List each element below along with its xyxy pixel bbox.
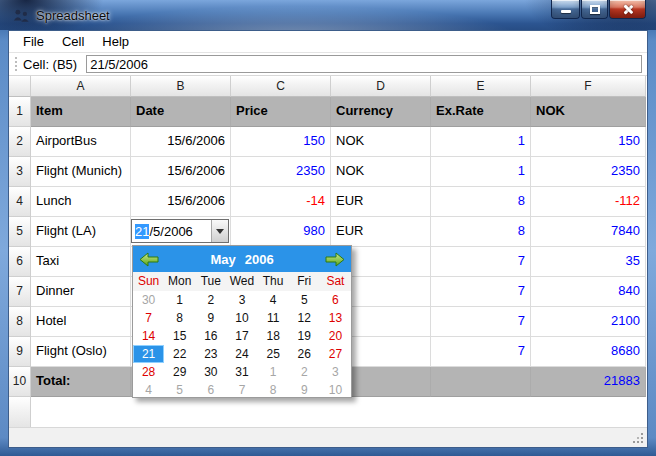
previous-month-button[interactable] (139, 252, 159, 267)
calendar-day[interactable]: 15 (164, 327, 195, 345)
calendar-day[interactable]: 17 (226, 327, 257, 345)
calendar-day[interactable]: 11 (258, 309, 289, 327)
calendar-day[interactable]: 1 (164, 291, 195, 309)
cell[interactable]: Dinner (31, 277, 131, 307)
row-header[interactable]: 1 (9, 97, 31, 127)
column-header[interactable]: F (531, 76, 646, 97)
calendar-day[interactable]: 8 (258, 381, 289, 399)
cell[interactable]: 15/6/2006 (131, 187, 231, 217)
cell[interactable]: 7840 (531, 217, 646, 247)
calendar-day[interactable]: 8 (164, 309, 195, 327)
row-header[interactable]: 6 (9, 247, 31, 277)
calendar-day[interactable]: 19 (289, 327, 320, 345)
calendar-day[interactable]: 9 (289, 381, 320, 399)
calendar-day[interactable]: 1 (258, 363, 289, 381)
cell[interactable]: 7 (431, 337, 531, 367)
close-button[interactable] (609, 0, 646, 19)
combo-dropdown-button[interactable] (211, 220, 228, 242)
cell[interactable]: 2350 (531, 157, 646, 187)
calendar-day[interactable]: 2 (289, 363, 320, 381)
cell[interactable]: Lunch (31, 187, 131, 217)
cell[interactable] (431, 367, 531, 397)
calendar-day[interactable]: 16 (195, 327, 226, 345)
row-header[interactable]: 8 (9, 307, 31, 337)
calendar-day[interactable]: 5 (289, 291, 320, 309)
calendar-day[interactable]: 6 (195, 381, 226, 399)
calendar-day[interactable]: 21 (133, 345, 164, 363)
calendar-day[interactable]: 3 (226, 291, 257, 309)
cell[interactable]: Currency (331, 97, 431, 127)
menu-help[interactable]: Help (93, 32, 138, 51)
cell[interactable]: 7 (431, 307, 531, 337)
cell[interactable]: 8 (431, 187, 531, 217)
calendar-day[interactable]: 4 (258, 291, 289, 309)
next-month-button[interactable] (325, 252, 345, 267)
cell[interactable]: Taxi (31, 247, 131, 277)
select-all-corner[interactable] (9, 76, 31, 97)
calendar-day[interactable]: 3 (320, 363, 351, 381)
row-header[interactable]: 2 (9, 127, 31, 157)
cell[interactable]: NOK (331, 157, 431, 187)
calendar-day[interactable]: 18 (258, 327, 289, 345)
row-header[interactable]: 7 (9, 277, 31, 307)
calendar-day[interactable]: 14 (133, 327, 164, 345)
cell[interactable]: 1 (431, 157, 531, 187)
cell[interactable]: Flight (Munich) (31, 157, 131, 187)
cell[interactable]: Ex.Rate (431, 97, 531, 127)
cell[interactable]: EUR (331, 187, 431, 217)
formula-input[interactable] (86, 55, 642, 73)
cell[interactable]: 1 (431, 127, 531, 157)
calendar-day[interactable]: 30 (133, 291, 164, 309)
cell[interactable]: EUR (331, 217, 431, 247)
cell[interactable]: 7 (431, 247, 531, 277)
cell[interactable]: Total: (31, 367, 131, 397)
calendar-day[interactable]: 2 (195, 291, 226, 309)
menu-file[interactable]: File (14, 32, 53, 51)
cell[interactable]: 15/6/2006 (131, 157, 231, 187)
calendar-day[interactable]: 28 (133, 363, 164, 381)
calendar-day[interactable]: 7 (133, 309, 164, 327)
cell[interactable]: -14 (231, 187, 331, 217)
cell[interactable]: 150 (531, 127, 646, 157)
maximize-button[interactable] (581, 0, 608, 19)
calendar-day[interactable]: 4 (133, 381, 164, 399)
cell[interactable]: 35 (531, 247, 646, 277)
cell[interactable]: 8680 (531, 337, 646, 367)
cell[interactable]: Flight (Oslo) (31, 337, 131, 367)
cell[interactable]: 15/6/2006 (131, 127, 231, 157)
cell[interactable]: 2350 (231, 157, 331, 187)
column-header[interactable]: B (131, 76, 231, 97)
calendar-day[interactable]: 20 (320, 327, 351, 345)
column-header[interactable]: C (231, 76, 331, 97)
cell[interactable]: Hotel (31, 307, 131, 337)
cell[interactable]: AirportBus (31, 127, 131, 157)
calendar-day[interactable]: 12 (289, 309, 320, 327)
row-header[interactable]: 9 (9, 337, 31, 367)
toolbar-handle[interactable] (15, 57, 17, 71)
row-header[interactable]: 4 (9, 187, 31, 217)
column-header[interactable]: A (31, 76, 131, 97)
calendar-day[interactable]: 25 (258, 345, 289, 363)
column-header[interactable]: D (331, 76, 431, 97)
row-header[interactable]: 10 (9, 367, 31, 397)
calendar-day[interactable]: 10 (226, 309, 257, 327)
cell[interactable]: 840 (531, 277, 646, 307)
cell[interactable]: 7 (431, 277, 531, 307)
calendar-day[interactable]: 30 (195, 363, 226, 381)
cell[interactable]: NOK (531, 97, 646, 127)
calendar-day[interactable]: 23 (195, 345, 226, 363)
cell[interactable]: 8 (431, 217, 531, 247)
cell[interactable]: 21883 (531, 367, 646, 397)
calendar-day[interactable]: 22 (164, 345, 195, 363)
calendar-day[interactable]: 27 (320, 345, 351, 363)
menu-cell[interactable]: Cell (53, 32, 93, 51)
date-editor-combobox[interactable]: 21/5/2006 (131, 219, 229, 243)
resize-grip-icon[interactable] (641, 441, 643, 443)
cell[interactable]: 2100 (531, 307, 646, 337)
column-header[interactable]: E (431, 76, 531, 97)
calendar-day[interactable]: 9 (195, 309, 226, 327)
calendar-day[interactable]: 7 (226, 381, 257, 399)
row-header[interactable]: 3 (9, 157, 31, 187)
calendar-day[interactable]: 5 (164, 381, 195, 399)
calendar-day[interactable]: 13 (320, 309, 351, 327)
